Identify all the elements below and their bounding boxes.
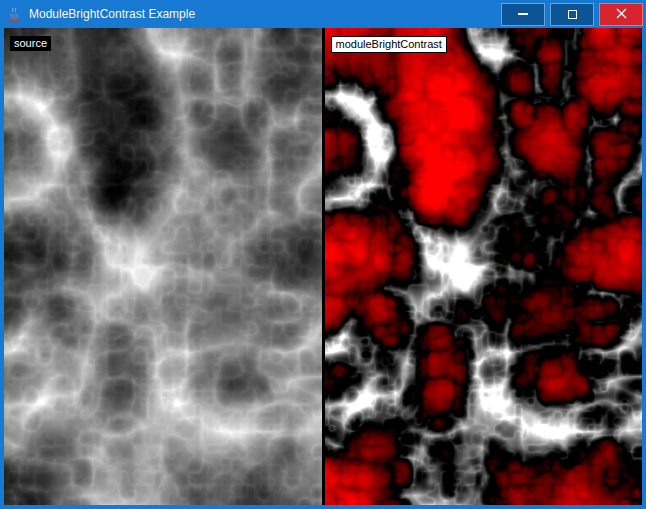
result-label: moduleBrightContrast <box>331 36 447 53</box>
source-label: source <box>10 36 51 51</box>
minimize-button[interactable] <box>501 3 545 26</box>
close-button[interactable] <box>599 3 643 26</box>
maximize-button[interactable] <box>550 3 594 26</box>
result-image <box>325 28 643 505</box>
maximize-icon <box>568 10 577 19</box>
window-title: ModuleBrightContrast Example <box>29 7 195 21</box>
java-coffee-icon[interactable] <box>7 7 22 22</box>
panel-source: source <box>4 28 322 505</box>
content-area: source moduleBrightContrast <box>4 28 642 505</box>
close-icon <box>616 5 627 23</box>
titlebar[interactable]: ModuleBrightContrast Example <box>0 0 646 28</box>
app-window: ModuleBrightContrast Example source <box>0 0 646 509</box>
source-image <box>4 28 322 505</box>
window-controls <box>501 3 643 26</box>
minimize-icon <box>518 13 528 15</box>
panel-result: moduleBrightContrast <box>325 28 643 505</box>
